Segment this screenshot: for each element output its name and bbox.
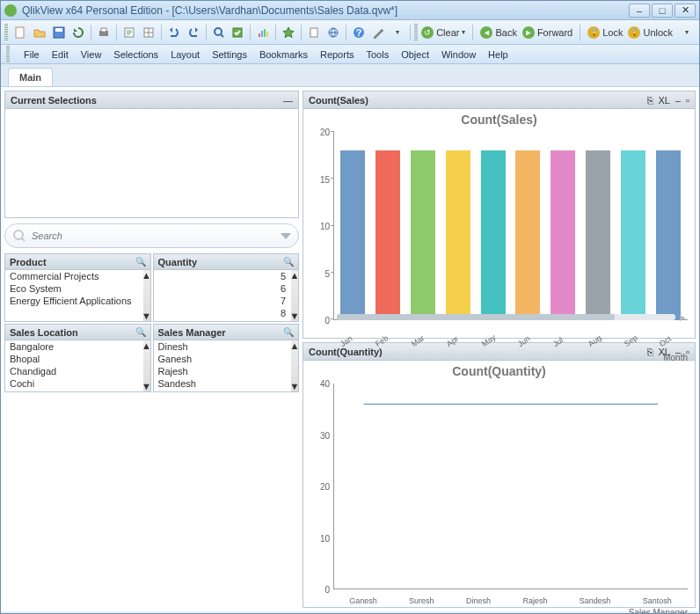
menu-settings[interactable]: Settings: [212, 49, 247, 60]
forward-button[interactable]: ► Forward: [522, 26, 572, 39]
bar[interactable]: [376, 150, 400, 320]
weblink-icon[interactable]: [324, 24, 342, 41]
x-axis-title: Month: [663, 353, 688, 362]
menu-help[interactable]: Help: [488, 49, 508, 60]
menu-reports[interactable]: Reports: [320, 49, 354, 60]
list-item[interactable]: Dinesh: [154, 340, 299, 353]
menu-file[interactable]: File: [24, 49, 40, 60]
tab-main[interactable]: Main: [8, 68, 53, 86]
menu-object[interactable]: Object: [401, 49, 429, 60]
window-maximize-button[interactable]: □: [652, 4, 673, 18]
svg-rect-4: [101, 28, 106, 32]
undo-icon[interactable]: [165, 24, 183, 41]
scrollbar[interactable]: ▲▼: [143, 270, 150, 321]
bar[interactable]: [551, 150, 575, 320]
list-item[interactable]: Energy Efficient Applications: [5, 295, 150, 307]
listbox-product[interactable]: Product🔍 Commercial Projects Eco System …: [4, 253, 151, 322]
quick-chart-icon[interactable]: [254, 24, 272, 41]
search-dropdown-icon[interactable]: [281, 233, 291, 239]
listbox-quantity-title: Quantity: [158, 257, 198, 267]
panel-minimize-button[interactable]: –: [675, 95, 681, 106]
window-close-button[interactable]: ✕: [674, 4, 696, 18]
list-item[interactable]: Ganesh: [154, 353, 299, 365]
current-selections-icon[interactable]: [230, 24, 247, 41]
list-item[interactable]: Rajesh: [154, 365, 299, 377]
design-mode-icon[interactable]: [369, 24, 387, 41]
bookmark-add-icon[interactable]: [280, 24, 297, 41]
search-in-list-icon[interactable]: 🔍: [283, 257, 294, 267]
svg-rect-11: [264, 29, 266, 37]
list-item[interactable]: 6: [154, 282, 299, 295]
clear-selections-button[interactable]: ↺ Clear ▾: [421, 26, 465, 39]
list-item[interactable]: Chandigad: [5, 365, 150, 377]
bar[interactable]: [656, 150, 681, 320]
bar[interactable]: [621, 150, 645, 320]
bar[interactable]: [586, 150, 610, 320]
back-button[interactable]: ◄ Back: [480, 26, 516, 39]
toolbar-grip-icon: [4, 24, 8, 41]
bar[interactable]: [411, 150, 435, 320]
bar[interactable]: [446, 150, 470, 320]
list-item[interactable]: Eco System: [5, 282, 150, 295]
search-in-list-icon[interactable]: 🔍: [283, 327, 294, 337]
chart-panel-title: Count(Sales): [309, 95, 368, 106]
list-item[interactable]: Cochi: [5, 377, 150, 390]
search-icon: [12, 229, 26, 243]
unlock-button[interactable]: 🔓 Unlock: [628, 26, 673, 39]
lock-button[interactable]: 🔒 Lock: [587, 26, 623, 39]
search-input[interactable]: [32, 230, 281, 241]
search-box[interactable]: [4, 223, 299, 248]
new-document-icon[interactable]: [11, 24, 29, 41]
scrollbar[interactable]: ▲▼: [291, 340, 298, 391]
menu-selections[interactable]: Selections: [113, 49, 158, 60]
save-icon[interactable]: [50, 24, 68, 41]
list-item[interactable]: Bangalore: [5, 340, 150, 353]
notes-icon[interactable]: [305, 24, 323, 41]
scrollbar[interactable]: ▲▼: [143, 340, 150, 391]
panel-minimize-button[interactable]: —: [283, 95, 293, 106]
search-in-list-icon[interactable]: 🔍: [135, 257, 146, 267]
list-item[interactable]: Sandesh: [154, 377, 299, 390]
search-toolbar-icon[interactable]: [210, 24, 228, 41]
toolbar-options-icon[interactable]: ▾: [678, 24, 696, 41]
line-series: [334, 384, 688, 588]
list-item[interactable]: 7: [154, 295, 299, 307]
list-item[interactable]: Commercial Projects: [5, 270, 150, 282]
redo-icon[interactable]: [185, 24, 202, 41]
list-item[interactable]: 8: [154, 307, 299, 319]
listbox-quantity[interactable]: Quantity🔍 5 6 7 8 ▲▼: [153, 253, 300, 322]
menu-tools[interactable]: Tools: [366, 49, 389, 60]
listbox-location-title: Sales Location: [10, 327, 78, 338]
open-icon[interactable]: [31, 24, 48, 41]
listbox-sales-location[interactable]: Sales Location🔍 Bangalore Bhopal Chandig…: [4, 324, 151, 392]
list-item[interactable]: 5: [154, 270, 299, 282]
bar[interactable]: [481, 150, 506, 320]
back-arrow-icon: ◄: [480, 26, 492, 39]
bar[interactable]: [515, 150, 540, 320]
menu-bookmarks[interactable]: Bookmarks: [259, 49, 308, 60]
clear-icon: ↺: [421, 26, 434, 39]
menu-edit[interactable]: Edit: [52, 49, 69, 60]
bar[interactable]: [340, 150, 365, 320]
menu-view[interactable]: View: [81, 49, 102, 60]
fast-change-icon[interactable]: ⎘: [647, 95, 653, 106]
svg-rect-10: [261, 31, 263, 37]
search-in-list-icon[interactable]: 🔍: [135, 327, 146, 337]
menu-window[interactable]: Window: [441, 49, 476, 60]
list-item[interactable]: Bhopal: [5, 353, 150, 365]
table-viewer-icon[interactable]: [140, 24, 157, 41]
main-toolbar: ? ▾ ↺ Clear ▾ ◄ Back ► Forward 🔒 Lock 🔓 …: [1, 20, 699, 45]
export-xl-button[interactable]: XL: [659, 95, 670, 106]
panel-maximize-button[interactable]: ▫: [686, 95, 689, 106]
window-minimize-button[interactable]: –: [629, 4, 650, 18]
toolbar-options-icon[interactable]: ▾: [389, 24, 406, 41]
reload-icon[interactable]: [69, 24, 87, 41]
y-axis: 05101520: [309, 132, 330, 320]
listbox-sales-manager[interactable]: Sales Manager🔍 Dinesh Ganesh Rajesh Sand…: [153, 324, 300, 392]
print-icon[interactable]: [95, 24, 113, 41]
help-icon[interactable]: ?: [350, 24, 368, 41]
menu-layout[interactable]: Layout: [171, 49, 200, 60]
scrollbar[interactable]: ▲▼: [291, 270, 298, 321]
edit-script-icon[interactable]: [120, 24, 138, 41]
chart-scrollbar[interactable]: ▶: [337, 314, 675, 320]
